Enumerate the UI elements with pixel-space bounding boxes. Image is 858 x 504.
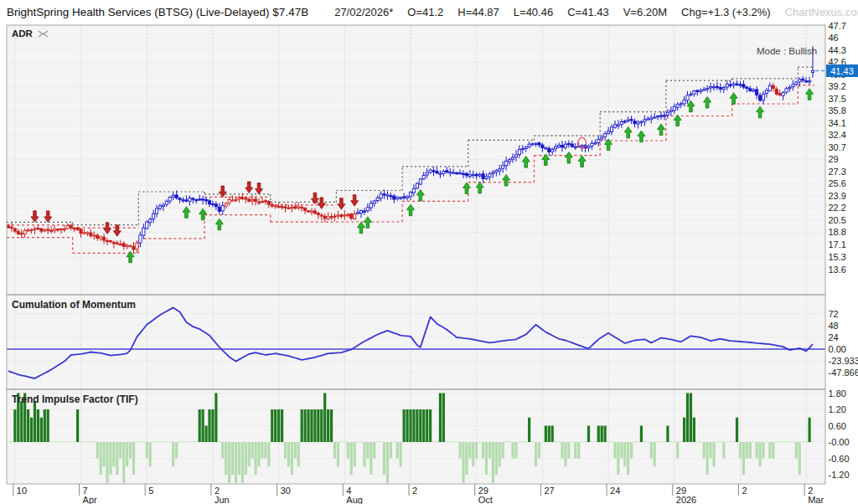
- svg-text:-1.20: -1.20: [829, 470, 850, 480]
- svg-text:10: 10: [17, 486, 27, 496]
- svg-text:2: 2: [742, 486, 747, 496]
- svg-text:Mar: Mar: [808, 495, 824, 504]
- svg-text:32.4: 32.4: [829, 130, 846, 140]
- svg-text:24: 24: [610, 486, 620, 496]
- svg-text:-0.00: -0.00: [829, 437, 850, 447]
- svg-text:37.5: 37.5: [829, 94, 846, 104]
- svg-text:27.3: 27.3: [829, 167, 846, 177]
- svg-text:27: 27: [544, 486, 554, 496]
- svg-text:20.5: 20.5: [829, 215, 846, 225]
- svg-text:0.60: 0.60: [829, 421, 846, 431]
- svg-text:1.20: 1.20: [829, 404, 846, 414]
- svg-text:44.3: 44.3: [829, 45, 846, 55]
- svg-text:30: 30: [281, 486, 291, 496]
- x-axis: 107Apr52Jun304Aug229Oct272429202622Mar: [13, 484, 824, 504]
- svg-text:17.1: 17.1: [829, 239, 846, 249]
- momentum-panel-title: Cumulation of Momentum: [12, 299, 136, 311]
- svg-text:39.2: 39.2: [829, 81, 846, 91]
- svg-text:25.6: 25.6: [829, 178, 846, 188]
- chartnexus-window: BrightSpring Health Services (BTSG) (Liv…: [0, 0, 858, 504]
- price-panel-label: ADR: [12, 28, 49, 39]
- svg-text:Aug: Aug: [346, 495, 363, 504]
- svg-text:30.7: 30.7: [829, 142, 846, 152]
- svg-text:Apr: Apr: [83, 495, 97, 504]
- svg-text:46: 46: [829, 33, 839, 43]
- indicator-name: ADR: [12, 28, 33, 39]
- svg-text:47.7: 47.7: [829, 21, 846, 31]
- svg-text:35.8: 35.8: [829, 105, 846, 116]
- panel-collapse-icon[interactable]: [38, 30, 49, 38]
- svg-text:5: 5: [148, 486, 153, 496]
- svg-text:29: 29: [829, 154, 839, 164]
- tif-panel-title: Trend Impulse Factor (TIF): [12, 393, 138, 405]
- svg-text:18.8: 18.8: [829, 227, 846, 237]
- svg-text:23.9: 23.9: [829, 191, 846, 201]
- svg-text:-0.60: -0.60: [829, 454, 850, 464]
- svg-text:34.1: 34.1: [829, 118, 846, 128]
- last-price-tag: 41.43: [826, 64, 858, 77]
- svg-text:2: 2: [412, 486, 417, 496]
- svg-text:48: 48: [829, 321, 839, 331]
- svg-text:Oct: Oct: [478, 495, 493, 504]
- svg-text:0.00: 0.00: [829, 344, 846, 354]
- svg-text:-47.866: -47.866: [829, 368, 858, 378]
- chart-canvas[interactable]: 47.74644.342.640.939.237.535.834.132.430…: [0, 0, 858, 504]
- svg-text:2026: 2026: [676, 495, 696, 504]
- svg-text:13.6: 13.6: [829, 265, 846, 275]
- svg-text:1.80: 1.80: [829, 388, 846, 399]
- svg-text:72: 72: [829, 309, 839, 319]
- svg-text:24: 24: [829, 332, 839, 342]
- svg-text:22.2: 22.2: [829, 203, 846, 213]
- svg-text:Jun: Jun: [214, 495, 230, 504]
- y-axis-labels: 47.74644.342.640.939.237.535.834.132.430…: [829, 21, 858, 480]
- trend-mode-label: Mode : Bullish: [757, 46, 817, 56]
- svg-text:-23.933: -23.933: [829, 356, 858, 366]
- svg-text:15.3: 15.3: [829, 252, 846, 262]
